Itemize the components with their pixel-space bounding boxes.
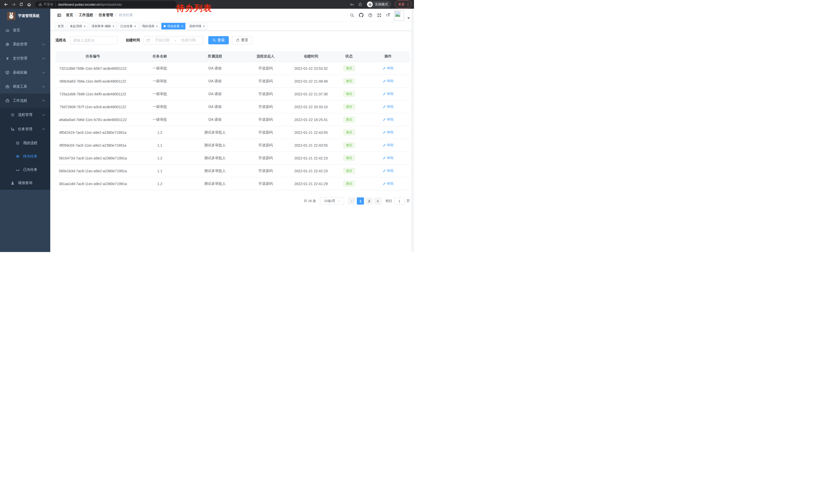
address-bar[interactable]: 不安全 dashboard.yudao.iocoder.cn /bpm/task… xyxy=(35,1,176,8)
tag-process-form-edit[interactable]: 流程表单-编辑× xyxy=(89,23,117,30)
cell-task-id: 381aa1dd-7ac8-11ec-a9e2-a2380e71991a xyxy=(55,177,130,190)
tag-my-process[interactable]: 我的流程× xyxy=(140,23,160,30)
browser-menu-icon[interactable] xyxy=(408,3,408,6)
search-button[interactable]: 搜索 xyxy=(208,36,229,44)
approve-link[interactable]: 审批 xyxy=(383,104,394,109)
status-badge: 激活 xyxy=(343,65,355,71)
status-badge: 激活 xyxy=(343,181,355,187)
cell-process: OA 请假 xyxy=(189,62,241,75)
page-size-select[interactable]: 10条/页 xyxy=(320,197,344,205)
close-icon[interactable]: × xyxy=(181,25,183,28)
goto-page-input[interactable] xyxy=(394,197,405,204)
cell-create-time: 2022-01-22 18:25:41 xyxy=(290,113,332,126)
app-logo[interactable]: 芋道管理系统 xyxy=(0,9,50,23)
breadcrumb-task-management[interactable]: 任务管理 xyxy=(99,13,113,17)
sidebar-item-my-process[interactable]: 我的流程 xyxy=(0,136,50,150)
close-icon[interactable]: × xyxy=(84,25,86,28)
sidebar-item-process-management[interactable]: 流程管理 xyxy=(0,108,50,122)
close-icon[interactable]: × xyxy=(113,25,115,28)
date-range-picker[interactable]: 开始日期 - 结束日期 xyxy=(143,36,203,44)
sidebar-item-home[interactable]: 首页 xyxy=(0,23,50,37)
sidebar-item-leave-query[interactable]: 请假查询 xyxy=(0,176,50,190)
sidebar-item-task-management[interactable]: 任务管理 xyxy=(0,122,50,136)
cell-create-time: 2022-01-21 22:43:55 xyxy=(290,126,332,139)
avatar-dropdown-caret-icon[interactable] xyxy=(407,17,410,19)
close-icon[interactable]: × xyxy=(203,25,205,28)
approve-link[interactable]: 审批 xyxy=(383,181,394,186)
prev-page-button[interactable] xyxy=(348,197,355,204)
page-button-2[interactable]: 2 xyxy=(366,197,373,204)
incognito-label: 无痕模式 xyxy=(375,2,388,7)
approve-link[interactable]: 审批 xyxy=(383,143,394,147)
forward-icon[interactable] xyxy=(10,1,17,8)
update-button[interactable]: 更新 xyxy=(395,1,411,8)
tag-done-tasks[interactable]: 已办任务× xyxy=(118,23,138,30)
dashboard-icon xyxy=(5,28,9,32)
cell-starter: 芋道源码 xyxy=(241,177,290,190)
user-avatar[interactable] xyxy=(394,10,404,20)
reset-button[interactable]: 重置 xyxy=(232,36,252,44)
cell-status: 激活 xyxy=(332,62,366,75)
approve-link[interactable]: 审批 xyxy=(383,169,394,173)
status-badge: 激活 xyxy=(343,117,355,123)
table-row: 8f059c03-7ac8-11ec-a9e2-a2380e71991a 1.1… xyxy=(55,139,410,152)
approve-link[interactable]: 审批 xyxy=(383,79,394,83)
sidebar-collapse-icon[interactable] xyxy=(57,13,61,17)
breadcrumb-separator: / xyxy=(115,13,117,17)
page-scrollbar[interactable] xyxy=(411,9,414,252)
reload-icon[interactable] xyxy=(18,1,25,8)
process-name-input[interactable] xyxy=(70,36,118,44)
approve-link[interactable]: 审批 xyxy=(383,117,394,122)
github-icon[interactable] xyxy=(359,13,364,17)
tag-start-process[interactable]: 发起流程× xyxy=(68,23,88,30)
tag-label: 待办任务 xyxy=(167,24,179,29)
col-actions: 操作 xyxy=(366,51,410,62)
chevron-down-icon xyxy=(42,85,45,87)
page-button-1[interactable]: 1 xyxy=(357,197,364,204)
approve-link[interactable]: 审批 xyxy=(383,155,394,160)
cell-process: OA 请假 xyxy=(189,88,241,100)
close-icon[interactable]: × xyxy=(156,25,158,28)
help-icon[interactable] xyxy=(368,13,372,17)
sidebar-item-done-tasks[interactable]: 已办任务 xyxy=(0,163,50,176)
sidebar-item-workflow[interactable]: 工作流程 xyxy=(0,94,50,108)
close-icon[interactable]: × xyxy=(134,25,136,28)
tag-home[interactable]: 首页 xyxy=(55,23,66,30)
goto-label: 前往 xyxy=(385,199,392,203)
approve-link[interactable]: 审批 xyxy=(383,130,394,135)
back-icon[interactable] xyxy=(3,1,9,8)
create-time-label: 创建时间 xyxy=(126,38,140,43)
url-path: /bpm/task/todo xyxy=(100,3,122,6)
next-page-button[interactable] xyxy=(374,197,381,204)
approve-link[interactable]: 审批 xyxy=(383,66,394,71)
sidebar-menu: 首页 系统管理 ¥ 支付管理 基础设施 研发工具 xyxy=(0,23,50,190)
bookmark-star-icon[interactable] xyxy=(358,2,363,7)
cell-create-time: 2022-01-21 22:43:55 xyxy=(290,139,332,152)
cell-status: 激活 xyxy=(332,126,366,139)
font-size-icon[interactable]: TT xyxy=(386,13,390,17)
cell-starter: 芋道源码 xyxy=(241,152,290,165)
approve-link[interactable]: 审批 xyxy=(383,92,394,96)
breadcrumb-workflow[interactable]: 工作流程 xyxy=(79,13,93,17)
sidebar-item-todo-tasks[interactable]: 待办任务 xyxy=(0,150,50,163)
tag-todo-tasks[interactable]: 待办任务× xyxy=(161,23,185,30)
status-badge: 激活 xyxy=(343,168,355,174)
breadcrumb-home[interactable]: 首页 xyxy=(66,13,73,17)
fullscreen-icon[interactable] xyxy=(377,13,381,17)
search-icon[interactable] xyxy=(350,13,354,17)
sidebar-item-payment[interactable]: ¥ 支付管理 xyxy=(0,51,50,65)
status-badge: 激活 xyxy=(343,78,355,84)
password-key-icon[interactable] xyxy=(350,2,354,7)
table-row: 725a1eb6-7b88-11ec-8ef0-acde48001122 一级审… xyxy=(55,88,410,100)
sidebar-item-label: 请假查询 xyxy=(18,181,32,185)
approve-label: 审批 xyxy=(387,117,394,122)
sidebar-item-infrastructure[interactable]: 基础设施 xyxy=(0,65,50,80)
tag-process-detail[interactable]: 流程详情× xyxy=(187,23,207,30)
sidebar-item-label: 基础设施 xyxy=(13,70,27,75)
sidebar-item-system[interactable]: 系统管理 xyxy=(0,37,50,51)
sidebar-item-devtools[interactable]: 研发工具 xyxy=(0,80,50,94)
cell-actions: 审批 xyxy=(366,75,410,88)
home-icon[interactable] xyxy=(26,1,32,8)
gear-icon xyxy=(5,42,9,46)
app-header: 首页 / 工作流程 / 任务管理 / 待办任务 xyxy=(50,9,414,22)
